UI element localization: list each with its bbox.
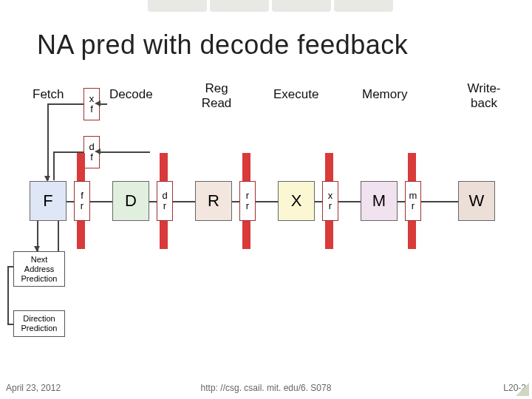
wire — [421, 201, 458, 202]
reg-fr-bot: r — [81, 201, 83, 211]
wire — [149, 201, 157, 202]
direction-prediction-box: Direction Prediction — [13, 310, 65, 337]
stage-M-label: M — [372, 191, 386, 211]
tab — [148, 0, 207, 12]
arrow-into-df — [95, 149, 100, 154]
tab — [210, 0, 269, 12]
stage-F: F — [30, 181, 66, 221]
label-writeback: Write- back — [458, 81, 510, 111]
wire — [47, 103, 83, 105]
reg-rr-bot: r — [246, 201, 249, 211]
page-corner-decoration — [516, 383, 529, 396]
label-decode: Decode — [109, 87, 153, 102]
stage-W: W — [458, 181, 495, 221]
reg-mr-top: m — [409, 191, 417, 201]
stage-W-label: W — [469, 191, 485, 211]
reg-dr: d r — [157, 181, 173, 221]
reg-xr-bot: r — [329, 201, 332, 211]
stage-M: M — [361, 181, 398, 221]
label-memory: Memory — [362, 87, 407, 102]
stage-F-label: F — [43, 191, 52, 211]
dir-label: Direction Prediction — [21, 314, 58, 332]
stage-X-label: X — [291, 191, 302, 211]
label-fetch: Fetch — [33, 87, 64, 102]
reg-dr-top: d — [162, 191, 167, 201]
label-regread: Reg Read — [198, 81, 235, 111]
reg-dr-bot: r — [163, 201, 166, 211]
tab — [334, 0, 393, 12]
wire — [173, 201, 195, 202]
reg-fr: f r — [74, 181, 90, 221]
wire — [53, 151, 55, 180]
stage-X: X — [278, 181, 315, 221]
stage-D-label: D — [125, 191, 137, 211]
label-execute: Execute — [273, 87, 318, 102]
slide-tabs — [148, 0, 393, 12]
stage-D: D — [112, 181, 149, 221]
reg-fr-top: f — [81, 191, 83, 201]
wire — [66, 201, 74, 202]
arrow-down — [34, 246, 40, 255]
reg-xr-top: x — [328, 191, 333, 201]
wire — [232, 201, 239, 202]
reg-xf-top: x — [89, 94, 95, 104]
tab — [272, 0, 331, 12]
wire — [338, 201, 361, 202]
reg-df-top: d — [89, 142, 94, 152]
slide-title: NA pred with decode feedback — [37, 30, 408, 61]
stage-R-label: R — [208, 191, 219, 211]
wire — [7, 324, 13, 325]
reg-rr-top: r — [246, 191, 249, 201]
reg-rr: r r — [239, 181, 256, 221]
nap-label: Next Address Prediction — [21, 255, 58, 283]
wire — [100, 103, 107, 105]
reg-df-bot: f — [90, 152, 93, 163]
next-address-prediction-box: Next Address Prediction — [13, 251, 65, 287]
wire — [58, 221, 59, 251]
wire — [398, 201, 405, 202]
wire — [315, 201, 322, 202]
pipeline-row: F f r D d r R r r X x r M m r W — [0, 181, 532, 240]
reg-xr: x r — [322, 181, 338, 221]
wire — [7, 266, 13, 267]
wire — [7, 266, 9, 324]
reg-mr: m r — [405, 181, 421, 221]
reg-xf-bot: f — [90, 104, 93, 115]
stage-R: R — [195, 181, 232, 221]
wire — [100, 151, 150, 153]
wire — [256, 201, 278, 202]
arrow-into-xf — [95, 100, 100, 106]
footer-url: http: //csg. csail. mit. edu/6. S078 — [0, 383, 532, 393]
wire — [47, 103, 49, 180]
wire — [90, 201, 112, 202]
reg-mr-bot: r — [412, 201, 415, 211]
